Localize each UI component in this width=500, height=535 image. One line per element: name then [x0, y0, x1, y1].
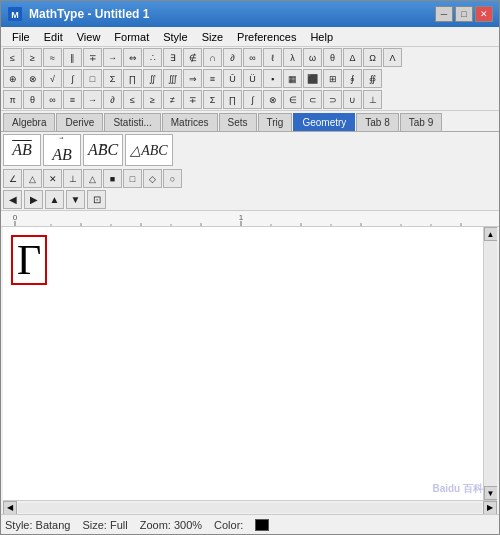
- menu-item-view[interactable]: View: [70, 29, 108, 45]
- toolbar-row-3-btn-3[interactable]: ≡: [63, 90, 82, 109]
- menu-item-size[interactable]: Size: [195, 29, 230, 45]
- toolbar-row-2-btn-5[interactable]: Σ: [103, 69, 122, 88]
- template-arc-abc[interactable]: ⌢ABC: [83, 134, 123, 166]
- toolbar-row-3-btn-1[interactable]: θ: [23, 90, 42, 109]
- toolbar-row-3-btn-15[interactable]: ⊂: [303, 90, 322, 109]
- toolbar-row-3-btn-9[interactable]: ∓: [183, 90, 202, 109]
- toolbar-row-1-btn-13[interactable]: ℓ: [263, 48, 282, 67]
- toolbar-row-1-btn-1[interactable]: ≥: [23, 48, 42, 67]
- small-sym-7[interactable]: ◇: [143, 169, 162, 188]
- scroll-left-button[interactable]: ◀: [3, 501, 17, 515]
- template-triangle-abc[interactable]: △ABC: [125, 134, 172, 166]
- menu-item-preferences[interactable]: Preferences: [230, 29, 303, 45]
- nav-btn-5[interactable]: ⊡: [87, 190, 106, 209]
- toolbar-row-2-btn-17[interactable]: ∮: [343, 69, 362, 88]
- toolbar-row-3-btn-10[interactable]: Σ: [203, 90, 222, 109]
- toolbar-row-1-btn-10[interactable]: ∩: [203, 48, 222, 67]
- tab-trig[interactable]: Trig: [258, 113, 293, 131]
- toolbar-row-3-btn-0[interactable]: π: [3, 90, 22, 109]
- toolbar-row-2-btn-10[interactable]: ≡: [203, 69, 222, 88]
- small-sym-3[interactable]: ⊥: [63, 169, 82, 188]
- toolbar-row-3-btn-5[interactable]: ∂: [103, 90, 122, 109]
- small-sym-4[interactable]: △: [83, 169, 102, 188]
- toolbar-row-2-btn-18[interactable]: ∯: [363, 69, 382, 88]
- toolbar-row-1-btn-5[interactable]: →: [103, 48, 122, 67]
- toolbar-row-3-btn-6[interactable]: ≤: [123, 90, 142, 109]
- menu-item-format[interactable]: Format: [107, 29, 156, 45]
- h-scroll-track[interactable]: [18, 503, 482, 513]
- toolbar-row-1-btn-8[interactable]: ∃: [163, 48, 182, 67]
- toolbar-row-1-btn-16[interactable]: θ: [323, 48, 342, 67]
- toolbar-row-1-btn-4[interactable]: ∓: [83, 48, 102, 67]
- toolbar-row-1-btn-2[interactable]: ≈: [43, 48, 62, 67]
- minimize-button[interactable]: ─: [435, 6, 453, 22]
- template-overline-ab[interactable]: AB: [3, 134, 41, 166]
- maximize-button[interactable]: □: [455, 6, 473, 22]
- scroll-down-button[interactable]: ▼: [484, 486, 498, 500]
- toolbar-row-2-btn-1[interactable]: ⊗: [23, 69, 42, 88]
- toolbar-row-3-btn-13[interactable]: ⊗: [263, 90, 282, 109]
- menu-item-style[interactable]: Style: [156, 29, 194, 45]
- toolbar-row-1-btn-3[interactable]: ∥: [63, 48, 82, 67]
- tab-geometry[interactable]: Geometry: [293, 113, 355, 131]
- scroll-up-button[interactable]: ▲: [484, 227, 498, 241]
- menu-item-edit[interactable]: Edit: [37, 29, 70, 45]
- toolbar-row-2-btn-16[interactable]: ⊞: [323, 69, 342, 88]
- toolbar-row-2-btn-3[interactable]: ∫: [63, 69, 82, 88]
- tab-sets[interactable]: Sets: [219, 113, 257, 131]
- toolbar-row-3-btn-17[interactable]: ∪: [343, 90, 362, 109]
- nav-btn-4[interactable]: ▼: [66, 190, 85, 209]
- toolbar-row-2-btn-14[interactable]: ▦: [283, 69, 302, 88]
- toolbar-row-2-btn-2[interactable]: √: [43, 69, 62, 88]
- toolbar-row-2-btn-9[interactable]: ⇒: [183, 69, 202, 88]
- toolbar-row-1-btn-15[interactable]: ω: [303, 48, 322, 67]
- toolbar-row-1-btn-12[interactable]: ∞: [243, 48, 262, 67]
- toolbar-row-1-btn-19[interactable]: Λ: [383, 48, 402, 67]
- close-button[interactable]: ✕: [475, 6, 493, 22]
- tab-statisti[interactable]: Statisti...: [104, 113, 160, 131]
- tab-tab9[interactable]: Tab 9: [400, 113, 442, 131]
- toolbar-row-3-btn-4[interactable]: →: [83, 90, 102, 109]
- toolbar-row-1-btn-6[interactable]: ⇔: [123, 48, 142, 67]
- toolbar-row-3-btn-12[interactable]: ∫: [243, 90, 262, 109]
- toolbar-row-2-btn-11[interactable]: Û: [223, 69, 242, 88]
- toolbar-row-2-btn-13[interactable]: ▪: [263, 69, 282, 88]
- small-sym-2[interactable]: ✕: [43, 169, 62, 188]
- tab-tab8[interactable]: Tab 8: [356, 113, 398, 131]
- small-sym-6[interactable]: □: [123, 169, 142, 188]
- template-vector-ab[interactable]: ⃗AB: [43, 134, 81, 166]
- toolbar-row-2-btn-4[interactable]: □: [83, 69, 102, 88]
- toolbar-row-1-btn-11[interactable]: ∂: [223, 48, 242, 67]
- toolbar-row-2-btn-6[interactable]: ∏: [123, 69, 142, 88]
- tab-matrices[interactable]: Matrices: [162, 113, 218, 131]
- small-sym-1[interactable]: △: [23, 169, 42, 188]
- small-sym-5[interactable]: ■: [103, 169, 122, 188]
- toolbar-row-1-btn-0[interactable]: ≤: [3, 48, 22, 67]
- toolbar-row-3-btn-16[interactable]: ⊃: [323, 90, 342, 109]
- toolbar-row-1-btn-9[interactable]: ∉: [183, 48, 202, 67]
- toolbar-row-3-btn-18[interactable]: ⊥: [363, 90, 382, 109]
- scroll-track[interactable]: [484, 241, 498, 486]
- toolbar-row-3-btn-8[interactable]: ≠: [163, 90, 182, 109]
- toolbar-row-1-btn-18[interactable]: Ω: [363, 48, 382, 67]
- toolbar-row-2-btn-0[interactable]: ⊕: [3, 69, 22, 88]
- toolbar-row-2-btn-8[interactable]: ∭: [163, 69, 182, 88]
- nav-btn-3[interactable]: ▲: [45, 190, 64, 209]
- small-sym-8[interactable]: ○: [163, 169, 182, 188]
- toolbar-row-1-btn-14[interactable]: λ: [283, 48, 302, 67]
- toolbar-row-3-btn-11[interactable]: ∏: [223, 90, 242, 109]
- tab-algebra[interactable]: Algebra: [3, 113, 55, 131]
- menu-item-file[interactable]: File: [5, 29, 37, 45]
- toolbar-row-3-btn-2[interactable]: ∞: [43, 90, 62, 109]
- toolbar-row-3-btn-14[interactable]: ∈: [283, 90, 302, 109]
- menu-item-help[interactable]: Help: [303, 29, 340, 45]
- toolbar-row-2-btn-15[interactable]: ⬛: [303, 69, 322, 88]
- toolbar-row-3-btn-7[interactable]: ≥: [143, 90, 162, 109]
- small-sym-0[interactable]: ∠: [3, 169, 22, 188]
- scroll-right-button[interactable]: ▶: [483, 501, 497, 515]
- toolbar-row-2-btn-12[interactable]: Ü: [243, 69, 262, 88]
- toolbar-row-1-btn-7[interactable]: ∴: [143, 48, 162, 67]
- toolbar-row-2-btn-7[interactable]: ∬: [143, 69, 162, 88]
- nav-btn-1[interactable]: ◀: [3, 190, 22, 209]
- tab-derive[interactable]: Derive: [56, 113, 103, 131]
